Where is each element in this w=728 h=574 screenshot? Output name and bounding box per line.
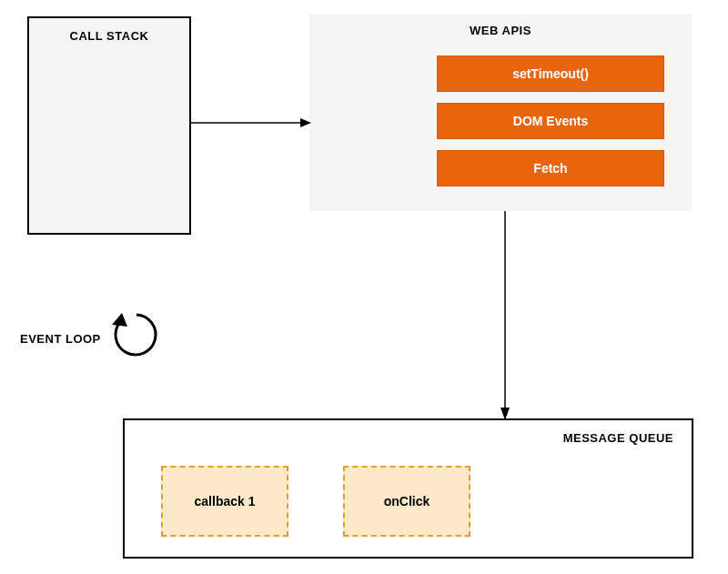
message-queue-box: MESSAGE QUEUE callback 1 onClick [123,418,693,559]
web-apis-box: WEB APIS setTimeout() DOM Events Fetch [309,15,692,211]
event-loop-icon [109,307,164,362]
event-loop-label: EVENT LOOP [20,332,101,346]
svg-marker-1 [300,118,311,127]
api-item-settimeout: setTimeout() [437,55,664,92]
arrow-callstack-to-webapis-icon [191,114,311,132]
message-queue-title: MESSAGE QUEUE [563,431,673,445]
queue-item-onclick: onClick [343,466,470,537]
message-queue-items: callback 1 onClick [161,466,470,537]
web-apis-title: WEB APIS [309,24,692,37]
queue-item-callback1: callback 1 [161,466,288,537]
svg-marker-4 [112,313,127,327]
api-item-domevents: DOM Events [437,103,664,139]
api-item-fetch: Fetch [437,150,664,186]
arrow-webapis-to-queue-icon [496,211,514,420]
call-stack-box: CALL STACK [27,16,191,235]
web-apis-list: setTimeout() DOM Events Fetch [437,55,664,186]
call-stack-title: CALL STACK [29,29,189,43]
